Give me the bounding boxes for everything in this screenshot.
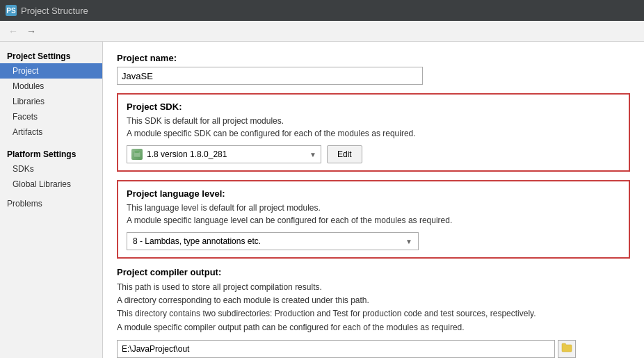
nav-bar: ← → [0, 21, 644, 42]
sdk-dropdown-arrow: ▼ [309, 151, 316, 158]
sdk-section: Project SDK: This SDK is default for all… [117, 93, 630, 172]
language-value: 8 - Lambdas, type annotations etc. [133, 236, 261, 246]
sidebar-item-project[interactable]: Project [0, 63, 102, 79]
svg-rect-1 [135, 151, 139, 153]
folder-icon [561, 343, 572, 355]
sdk-edit-button[interactable]: Edit [327, 145, 362, 163]
compiler-section: Project compiler output: This path is us… [117, 267, 630, 358]
language-dropdown-arrow: ▼ [405, 238, 412, 245]
problems-section: Problems [0, 196, 102, 211]
title-bar-text: Project Structure [21, 6, 88, 16]
language-desc: This language level is default for all p… [127, 202, 620, 227]
sidebar: Project Settings Project Modules Librari… [0, 42, 103, 358]
project-name-label: Project name: [117, 53, 630, 63]
sidebar-item-libraries[interactable]: Libraries [0, 94, 102, 109]
sdk-desc: This SDK is default for all project modu… [127, 115, 620, 140]
sdk-icon [131, 149, 143, 160]
sdk-title: Project SDK: [127, 101, 620, 112]
language-dropdown[interactable]: 8 - Lambdas, type annotations etc. ▼ [127, 232, 419, 250]
language-section: Project language level: This language le… [117, 180, 630, 259]
sidebar-item-global-libraries[interactable]: Global Libraries [0, 177, 102, 192]
platform-settings-header: Platform Settings [0, 145, 102, 161]
content-area: Project name: Project SDK: This SDK is d… [103, 42, 644, 358]
sdk-dropdown[interactable]: 1.8 version 1.8.0_281 ▼ [127, 145, 321, 163]
sdk-value: 1.8 version 1.8.0_281 [147, 149, 305, 159]
language-title: Project language level: [127, 188, 620, 199]
main-container: Project Settings Project Modules Librari… [0, 42, 644, 358]
folder-browse-button[interactable] [558, 340, 576, 358]
compiler-desc: This path is used to store all project c… [117, 281, 630, 334]
sidebar-item-artifacts[interactable]: Artifacts [0, 124, 102, 140]
sidebar-item-modules[interactable]: Modules [0, 79, 102, 94]
project-settings-header: Project Settings [0, 47, 102, 63]
forward-button[interactable]: → [24, 24, 39, 38]
sidebar-item-sdks[interactable]: SDKs [0, 161, 102, 177]
app-icon: PS [6, 5, 17, 16]
sidebar-item-problems[interactable]: Problems [0, 196, 102, 211]
compiler-title: Project compiler output: [117, 267, 630, 277]
sidebar-item-facets[interactable]: Facets [0, 109, 102, 124]
project-name-input[interactable] [117, 67, 423, 85]
project-name-section: Project name: [117, 53, 630, 85]
title-bar: PS Project Structure [0, 0, 644, 21]
compiler-output-path-input[interactable] [117, 340, 555, 358]
back-button[interactable]: ← [6, 24, 21, 38]
sdk-row: 1.8 version 1.8.0_281 ▼ Edit [127, 145, 620, 163]
compiler-path-row [117, 340, 630, 358]
svg-rect-0 [134, 152, 140, 157]
